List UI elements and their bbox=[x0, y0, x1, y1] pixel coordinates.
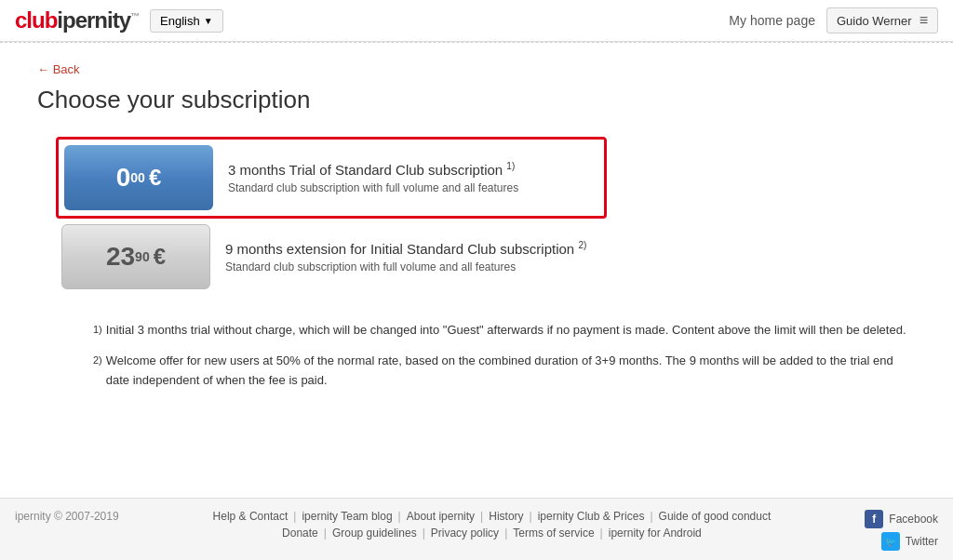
footnotes: 1) Initial 3 months trial without charge… bbox=[93, 321, 916, 390]
cards-column: 000 € 3 months Trial of Standard Club su… bbox=[56, 137, 607, 295]
footer-link-about[interactable]: About ipernity bbox=[407, 510, 475, 523]
desc-sub-0: Standard club subscription with full vol… bbox=[228, 181, 584, 194]
twitter-icon: 🐦 bbox=[881, 532, 900, 551]
language-selector[interactable]: English ▼ bbox=[150, 9, 223, 33]
price-sup-1: 90 bbox=[135, 249, 150, 264]
price-button-0[interactable]: 000 € bbox=[64, 145, 213, 210]
footnote-text-0: Initial 3 months trial without charge, w… bbox=[106, 321, 906, 340]
footnote-num-1: 2) bbox=[93, 353, 102, 391]
footer-link-group-guidelines[interactable]: Group guidelines bbox=[332, 527, 417, 540]
user-menu-button[interactable]: Guido Werner ≡ bbox=[826, 7, 938, 33]
logo-ipernity: ipernity bbox=[57, 7, 130, 33]
back-link-container: ← Back bbox=[37, 61, 916, 86]
footer-social: f Facebook 🐦 Twitter bbox=[865, 510, 938, 551]
price-currency-0: € bbox=[149, 165, 161, 191]
desc-area-1: 9 months extension for Initial Standard … bbox=[210, 234, 601, 279]
footer-link-donate[interactable]: Donate bbox=[282, 527, 318, 540]
footer-copyright: ipernity © 2007-2019 bbox=[15, 510, 119, 523]
desc-title-0: 3 months Trial of Standard Club subscrip… bbox=[228, 161, 584, 178]
header: clubipernity™ English ▼ My home page Gui… bbox=[0, 0, 953, 42]
logo-area: clubipernity™ English ▼ bbox=[15, 7, 223, 33]
facebook-link[interactable]: f Facebook bbox=[865, 510, 938, 528]
subscription-card-1[interactable]: 2390 € 9 months extension for Initial St… bbox=[56, 219, 607, 295]
page-title: Choose your subscription bbox=[37, 86, 916, 114]
site-logo: clubipernity™ bbox=[15, 7, 139, 33]
footer: ipernity © 2007-2019 Help & Contact | ip… bbox=[0, 498, 953, 560]
hamburger-icon: ≡ bbox=[919, 12, 928, 29]
price-main-0: 0 bbox=[116, 163, 131, 193]
footer-link-android[interactable]: ipernity for Android bbox=[609, 527, 702, 540]
footer-link-help[interactable]: Help & Contact bbox=[213, 510, 289, 523]
footer-link-history[interactable]: History bbox=[489, 510, 523, 523]
footer-row-1: Help & Contact | ipernity Team blog | Ab… bbox=[119, 510, 866, 523]
footer-link-privacy[interactable]: Privacy policy bbox=[431, 527, 499, 540]
footnote-ref-1: 2) bbox=[578, 240, 586, 250]
footer-row-2: Donate | Group guidelines | Privacy poli… bbox=[119, 527, 866, 540]
footer-link-terms[interactable]: Terms of service bbox=[513, 527, 594, 540]
price-sup-0: 00 bbox=[130, 170, 145, 185]
back-link[interactable]: ← Back bbox=[37, 62, 80, 76]
twitter-link[interactable]: 🐦 Twitter bbox=[881, 532, 938, 551]
desc-title-1: 9 months extension for Initial Standard … bbox=[225, 240, 586, 257]
footnote-text-1: Welcome offer for new users at 50% of th… bbox=[106, 352, 916, 391]
footer-links: Help & Contact | ipernity Team blog | Ab… bbox=[119, 510, 866, 543]
price-main-1: 23 bbox=[106, 242, 135, 272]
logo-tm: ™ bbox=[130, 11, 139, 21]
desc-sub-1: Standard club subscription with full vol… bbox=[225, 260, 586, 273]
language-label: English bbox=[160, 14, 200, 28]
header-right: My home page Guido Werner ≡ bbox=[729, 7, 938, 33]
user-name: Guido Werner bbox=[837, 14, 912, 28]
footnote-num-0: 1) bbox=[93, 322, 102, 340]
chevron-down-icon: ▼ bbox=[204, 16, 213, 26]
footer-link-blog[interactable]: ipernity Team blog bbox=[302, 510, 392, 523]
price-currency-1: € bbox=[154, 244, 166, 270]
footnote-ref-0: 1) bbox=[506, 161, 515, 171]
subscriptions-area: 000 € 3 months Trial of Standard Club su… bbox=[56, 137, 916, 295]
price-button-1[interactable]: 2390 € bbox=[61, 224, 210, 289]
footnote-1: 2) Welcome offer for new users at 50% of… bbox=[93, 352, 916, 391]
subscription-card-0[interactable]: 000 € 3 months Trial of Standard Club su… bbox=[56, 137, 607, 219]
main-content: ← Back Choose your subscription 000 € 3 … bbox=[0, 43, 953, 498]
desc-area-0: 3 months Trial of Standard Club subscrip… bbox=[213, 155, 598, 200]
footer-link-club[interactable]: ipernity Club & Prices bbox=[538, 510, 645, 523]
footer-link-conduct[interactable]: Guide of good conduct bbox=[659, 510, 772, 523]
facebook-label: Facebook bbox=[889, 513, 938, 526]
footnote-0: 1) Initial 3 months trial without charge… bbox=[93, 321, 916, 340]
logo-club: club bbox=[15, 7, 57, 33]
footer-top: ipernity © 2007-2019 Help & Contact | ip… bbox=[15, 510, 938, 551]
my-home-link[interactable]: My home page bbox=[729, 13, 815, 28]
facebook-icon: f bbox=[865, 510, 883, 528]
twitter-label: Twitter bbox=[906, 535, 938, 548]
